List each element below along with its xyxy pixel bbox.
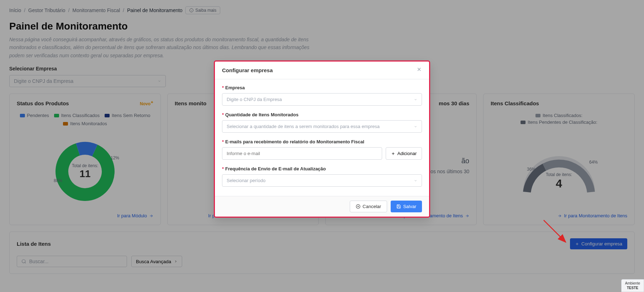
cancel-icon xyxy=(356,204,360,209)
plus-icon xyxy=(391,152,395,156)
chevron-down-icon xyxy=(414,179,417,182)
modal-body: *Empresa Digite o CNPJ da Empresa *Quant… xyxy=(215,79,429,196)
freq-placeholder: Selecionar período xyxy=(227,178,265,183)
config-company-modal: Configurar empresa *Empresa Digite o CNP… xyxy=(214,60,430,218)
qty-select[interactable]: Selecionar a quantidade de itens a serem… xyxy=(222,120,422,133)
modal-footer: Cancelar Salvar xyxy=(215,196,429,217)
qty-placeholder: Selecionar a quantidade de itens a serem… xyxy=(227,124,380,129)
env-label: Ambiente xyxy=(625,281,640,286)
empresa-select[interactable]: Digite o CNPJ da Empresa xyxy=(222,93,422,106)
email-input[interactable] xyxy=(222,147,382,160)
chevron-down-icon xyxy=(414,98,417,101)
add-email-button[interactable]: Adicionar xyxy=(386,147,422,160)
freq-label: *Frequência de Envio de E-mail de Atuali… xyxy=(222,166,422,171)
modal-title: Configurar empresa xyxy=(222,67,273,73)
env-value: TESTE xyxy=(625,286,640,290)
emails-label: *E-mails para recebimento do relatório d… xyxy=(222,139,422,144)
save-button[interactable]: Salvar xyxy=(391,201,422,212)
empresa-label: *Empresa xyxy=(222,85,422,90)
cancel-button[interactable]: Cancelar xyxy=(350,201,387,212)
modal-close-button[interactable] xyxy=(416,67,422,74)
environment-badge: Ambiente TESTE xyxy=(621,279,644,292)
chevron-down-icon xyxy=(414,125,417,128)
freq-select[interactable]: Selecionar período xyxy=(222,174,422,187)
save-icon xyxy=(396,204,401,209)
close-icon xyxy=(416,67,422,72)
modal-header: Configurar empresa xyxy=(215,62,429,79)
empresa-placeholder: Digite o CNPJ da Empresa xyxy=(227,97,282,102)
qty-label: *Quantidade de Itens Monitorados xyxy=(222,112,422,117)
